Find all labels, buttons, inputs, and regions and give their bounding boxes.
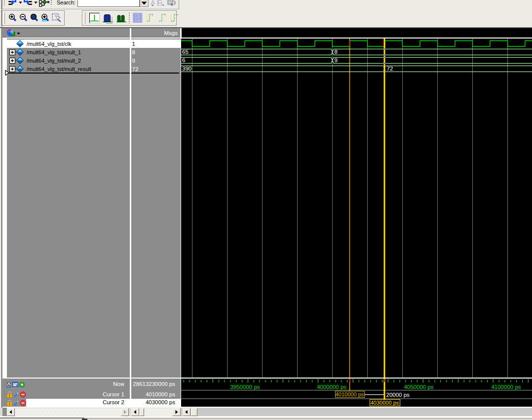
svg-text:8: 8: [335, 49, 338, 55]
svg-text:6: 6: [182, 57, 185, 63]
svg-text:72: 72: [387, 66, 393, 72]
svg-text:4100000 ps: 4100000 ps: [491, 384, 521, 390]
svg-text:4050000 ps: 4050000 ps: [404, 384, 433, 390]
svg-text:20000 ps: 20000 ps: [386, 392, 410, 398]
svg-text:4000000 ps: 4000000 ps: [317, 384, 346, 390]
svg-text:9: 9: [335, 57, 338, 63]
svg-text:390: 390: [182, 66, 191, 72]
svg-text:3950000 ps: 3950000 ps: [230, 384, 260, 390]
svg-text:65: 65: [182, 49, 189, 55]
